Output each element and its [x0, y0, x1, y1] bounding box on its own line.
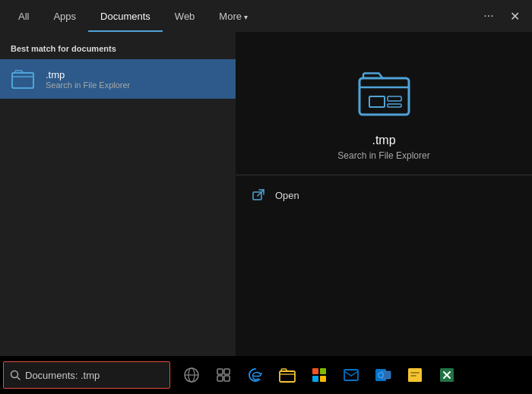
nav-tabs: All Apps Documents Web More	[6, 0, 477, 32]
tab-apps[interactable]: Apps	[41, 0, 88, 32]
top-navigation: All Apps Documents Web More ··· ✕	[0, 0, 532, 32]
svg-rect-17	[312, 376, 318, 382]
tab-documents[interactable]: Documents	[88, 0, 163, 32]
open-label: Open	[275, 190, 299, 201]
edge-button[interactable]	[240, 360, 271, 390]
detail-actions: Open	[236, 175, 532, 215]
store-button[interactable]	[304, 360, 334, 390]
svg-rect-5	[388, 104, 401, 107]
detail-subtitle: Search in File Explorer	[337, 150, 429, 161]
detail-name: .tmp	[372, 134, 395, 147]
result-subtitle: Search in File Explorer	[46, 80, 130, 90]
result-name: .tmp	[46, 69, 130, 80]
detail-icon	[353, 62, 414, 123]
tab-web[interactable]: Web	[163, 0, 207, 32]
svg-rect-12	[217, 376, 223, 381]
svg-rect-18	[320, 376, 326, 382]
svg-rect-15	[312, 368, 318, 374]
ellipsis-icon: ···	[483, 9, 493, 23]
right-panel: .tmp Search in File Explorer Open	[236, 32, 532, 356]
search-icon	[10, 370, 21, 380]
svg-rect-10	[217, 369, 223, 374]
close-icon: ✕	[510, 9, 520, 24]
main-content: Best match for documents .tmp Search in …	[0, 32, 532, 356]
result-text: .tmp Search in File Explorer	[46, 69, 130, 90]
svg-point-7	[11, 371, 18, 378]
nav-actions: ··· ✕	[477, 5, 526, 27]
result-item[interactable]: .tmp Search in File Explorer	[0, 59, 236, 99]
widgets-button[interactable]	[208, 360, 239, 390]
outlook-button[interactable]	[368, 360, 398, 390]
svg-rect-1	[12, 73, 33, 88]
section-label: Best match for documents	[0, 41, 236, 59]
svg-rect-16	[320, 368, 326, 374]
sticky-notes-button[interactable]	[400, 360, 430, 390]
more-options-button[interactable]: ···	[477, 5, 500, 27]
close-button[interactable]: ✕	[503, 5, 526, 27]
tab-all[interactable]: All	[6, 0, 41, 32]
svg-rect-24	[408, 368, 422, 382]
svg-rect-0	[12, 73, 33, 88]
taskbar: Documents: .tmp	[0, 356, 532, 394]
file-explorer-taskbar-button[interactable]	[272, 360, 302, 390]
tab-more[interactable]: More	[207, 0, 260, 32]
taskbar-icons	[176, 360, 462, 390]
svg-rect-4	[388, 96, 401, 101]
svg-rect-11	[224, 369, 230, 374]
search-box[interactable]: Documents: .tmp	[3, 361, 170, 389]
svg-rect-14	[280, 371, 295, 382]
file-explorer-icon	[9, 65, 36, 93]
svg-point-23	[379, 374, 383, 377]
task-view-button[interactable]	[176, 360, 207, 390]
mail-button[interactable]	[336, 360, 366, 390]
chevron-down-icon	[244, 11, 248, 22]
svg-rect-3	[369, 96, 385, 107]
open-icon	[251, 188, 266, 203]
open-action[interactable]: Open	[236, 180, 532, 210]
svg-rect-19	[344, 370, 358, 380]
excel-button[interactable]	[432, 360, 462, 390]
left-panel: Best match for documents .tmp Search in …	[0, 32, 236, 356]
svg-rect-13	[224, 376, 230, 381]
search-text: Documents: .tmp	[25, 370, 100, 381]
